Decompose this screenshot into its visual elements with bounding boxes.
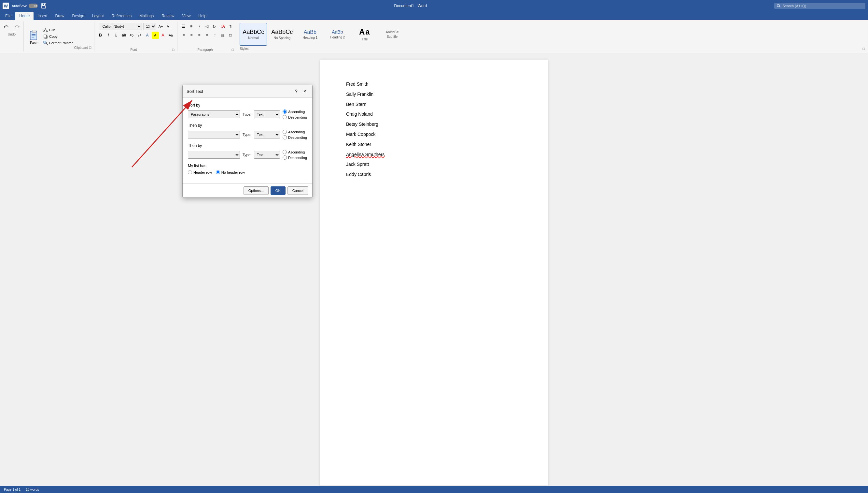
- numbered-list-button[interactable]: ≡: [188, 23, 195, 30]
- sort-ascending-label: Ascending: [288, 110, 305, 114]
- tab-review[interactable]: Review: [158, 12, 178, 20]
- align-right-button[interactable]: ≡: [196, 31, 203, 39]
- dialog-title-actions: ? ×: [293, 88, 308, 95]
- decrease-indent-button[interactable]: ◁: [204, 23, 211, 30]
- then-by-1-label: Then by: [188, 123, 307, 128]
- header-row-label: Header row: [193, 170, 212, 174]
- cancel-button[interactable]: Cancel: [288, 186, 308, 195]
- cut-button[interactable]: Cut: [42, 27, 74, 33]
- style-normal[interactable]: AaBbCc Normal: [239, 23, 267, 46]
- sort-button[interactable]: ↕A: [219, 23, 227, 30]
- then-by-1-section: Then by Type: Text Ascending Descend: [188, 123, 307, 140]
- italic-button[interactable]: I: [105, 31, 112, 39]
- dialog-close-button[interactable]: ×: [301, 88, 308, 95]
- font-color-button[interactable]: A: [160, 31, 167, 39]
- sort-descending-option[interactable]: Descending: [282, 115, 307, 119]
- autosave-control[interactable]: AutoSave: [12, 4, 38, 8]
- superscript-button[interactable]: x2: [136, 31, 143, 39]
- autosave-toggle[interactable]: [29, 4, 38, 8]
- tab-references[interactable]: References: [108, 12, 135, 20]
- font-name-select[interactable]: Calibri (Body): [100, 23, 142, 30]
- style-no-spacing[interactable]: AaBbCc No Spacing: [268, 23, 296, 46]
- redo-button[interactable]: [13, 23, 22, 32]
- highlight-button[interactable]: A: [152, 31, 159, 39]
- outline-list-button[interactable]: ⋮: [196, 23, 203, 30]
- save-icon[interactable]: [40, 3, 47, 9]
- then-by-2-ascending-radio[interactable]: [282, 150, 287, 154]
- styles-group-label: Styles: [239, 47, 248, 50]
- paste-button[interactable]: Paste: [26, 23, 42, 50]
- shading-button[interactable]: ▦: [219, 31, 226, 39]
- sort-ascending-option[interactable]: Ascending: [282, 109, 307, 114]
- options-button[interactable]: Options...: [244, 186, 269, 195]
- styles-expand-icon[interactable]: [863, 47, 865, 50]
- tab-draw[interactable]: Draw: [51, 12, 68, 20]
- font-expand-icon[interactable]: [172, 48, 175, 51]
- style-title[interactable]: Aa Title: [351, 23, 378, 46]
- then-by-1-descending-option[interactable]: Descending: [282, 135, 307, 140]
- tab-file[interactable]: File: [1, 12, 15, 20]
- text-effects-button[interactable]: A: [144, 31, 151, 39]
- copy-button[interactable]: Copy: [42, 34, 74, 39]
- strikethrough-button[interactable]: ab: [120, 31, 128, 39]
- clipboard-expand-icon[interactable]: [89, 46, 91, 49]
- decrease-font-button[interactable]: A-: [165, 23, 172, 30]
- increase-indent-button[interactable]: ▷: [211, 23, 219, 30]
- font-size-select[interactable]: 11: [143, 23, 156, 30]
- sort-by-select[interactable]: Paragraphs: [188, 110, 240, 118]
- then-by-1-select[interactable]: [188, 131, 240, 138]
- line-spacing-button[interactable]: ↕: [211, 31, 219, 39]
- align-justify-button[interactable]: ≡: [204, 31, 211, 39]
- svg-line-15: [46, 29, 47, 30]
- sort-descending-radio[interactable]: [282, 115, 287, 119]
- style-heading1[interactable]: AaBb Heading 1: [297, 23, 323, 46]
- tab-help[interactable]: Help: [195, 12, 210, 20]
- underline-button[interactable]: U: [113, 31, 120, 39]
- then-by-1-ascending-radio[interactable]: [282, 130, 287, 134]
- increase-font-button[interactable]: A+: [158, 23, 164, 30]
- font-group-label: Font: [97, 48, 170, 51]
- border-button[interactable]: □: [227, 31, 234, 39]
- tab-design[interactable]: Design: [68, 12, 88, 20]
- then-by-1-ascending-option[interactable]: Ascending: [282, 130, 307, 134]
- style-subtitle[interactable]: AaBbCc Subtitle: [379, 23, 405, 46]
- paragraph-expand-icon[interactable]: [231, 48, 234, 51]
- bullet-list-button[interactable]: ☰: [180, 23, 187, 30]
- sort-by-type-select[interactable]: Text: [254, 110, 280, 118]
- style-heading2[interactable]: AaBb Heading 2: [324, 23, 350, 46]
- then-by-2-descending-option[interactable]: Descending: [282, 155, 307, 160]
- no-header-row-radio[interactable]: [216, 170, 220, 174]
- style-subtitle-preview: AaBbCc: [386, 30, 398, 34]
- dialog-help-button[interactable]: ?: [293, 88, 300, 95]
- ok-button[interactable]: OK: [271, 186, 285, 195]
- subscript-button[interactable]: x2: [128, 31, 135, 39]
- show-formatting-button[interactable]: ¶: [227, 23, 234, 30]
- tab-insert[interactable]: Insert: [33, 12, 51, 20]
- search-box[interactable]: [774, 3, 865, 9]
- tab-layout[interactable]: Layout: [88, 12, 108, 20]
- style-title-preview: Aa: [359, 27, 370, 37]
- clear-format-button[interactable]: Aa: [167, 31, 175, 39]
- align-left-button[interactable]: ≡: [180, 31, 187, 39]
- tab-home[interactable]: Home: [15, 12, 33, 20]
- tab-view[interactable]: View: [178, 12, 195, 20]
- then-by-1-type-select[interactable]: Text: [254, 131, 280, 138]
- bold-button[interactable]: B: [97, 31, 104, 39]
- header-row-option[interactable]: Header row: [188, 170, 212, 174]
- then-by-1-descending-radio[interactable]: [282, 135, 287, 140]
- style-no-spacing-preview: AaBbCc: [271, 29, 293, 36]
- then-by-2-select[interactable]: [188, 151, 240, 159]
- list-item: Jack Spratt: [346, 159, 522, 169]
- then-by-2-type-select[interactable]: Text: [254, 151, 280, 159]
- undo-button[interactable]: [2, 23, 11, 32]
- format-painter-button[interactable]: Format Painter: [42, 40, 74, 46]
- tab-mailings[interactable]: Mailings: [135, 12, 158, 20]
- then-by-2-descending-radio[interactable]: [282, 155, 287, 160]
- dialog-footer: Options... OK Cancel: [183, 184, 312, 197]
- align-center-button[interactable]: ≡: [188, 31, 195, 39]
- search-input[interactable]: [782, 4, 863, 8]
- then-by-2-ascending-option[interactable]: Ascending: [282, 150, 307, 154]
- header-row-radio[interactable]: [188, 170, 192, 174]
- sort-ascending-radio[interactable]: [282, 109, 287, 114]
- no-header-row-option[interactable]: No header row: [216, 170, 245, 174]
